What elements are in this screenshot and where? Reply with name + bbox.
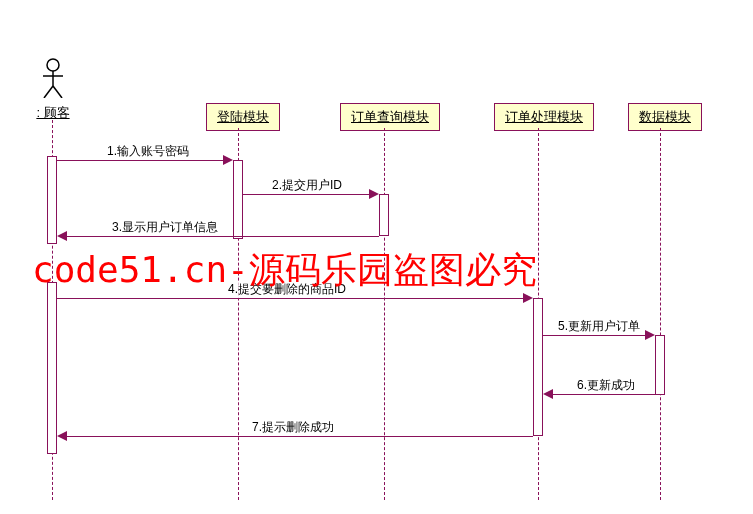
- msg6-label: 6.更新成功: [575, 377, 637, 394]
- msg2-arrow: [369, 189, 379, 199]
- actor-label: : 顾客: [28, 104, 78, 122]
- msg7-arrow: [57, 431, 67, 441]
- activation-query: [379, 194, 389, 236]
- msg7-label: 7.提示删除成功: [250, 419, 336, 436]
- participant-login: 登陆模块: [206, 103, 280, 131]
- msg6-line: [549, 394, 655, 395]
- msg1-label: 1.输入账号密码: [105, 143, 191, 160]
- svg-point-0: [47, 59, 59, 71]
- participant-proc: 订单处理模块: [494, 103, 594, 131]
- msg7-line: [63, 436, 533, 437]
- msg1-arrow: [223, 155, 233, 165]
- watermark-text: code51.cn-源码乐园盗图必究: [32, 246, 537, 295]
- activation-proc: [533, 298, 543, 436]
- actor-customer: : 顾客: [28, 58, 78, 122]
- lifeline-query: [384, 128, 385, 500]
- activation-data: [655, 335, 665, 395]
- msg5-label: 5.更新用户订单: [556, 318, 642, 335]
- participant-data: 数据模块: [628, 103, 702, 131]
- msg5-arrow: [645, 330, 655, 340]
- msg2-label: 2.提交用户ID: [270, 177, 344, 194]
- svg-line-4: [53, 86, 62, 98]
- activation-actor-1: [47, 156, 57, 244]
- activation-actor-2: [47, 282, 57, 454]
- sequence-diagram: : 顾客 登陆模块 订单查询模块 订单处理模块 数据模块 1.输入账号密码 2.…: [0, 0, 753, 514]
- msg6-arrow: [543, 389, 553, 399]
- msg3-arrow: [57, 231, 67, 241]
- svg-line-3: [44, 86, 53, 98]
- msg3-line: [63, 236, 379, 237]
- msg3-label: 3.显示用户订单信息: [110, 219, 220, 236]
- msg5-line: [543, 335, 649, 336]
- actor-icon: [41, 58, 65, 98]
- msg1-line: [57, 160, 227, 161]
- msg2-line: [243, 194, 373, 195]
- participant-query: 订单查询模块: [340, 103, 440, 131]
- msg4-line: [57, 298, 527, 299]
- lifeline-data: [660, 128, 661, 500]
- activation-login: [233, 160, 243, 239]
